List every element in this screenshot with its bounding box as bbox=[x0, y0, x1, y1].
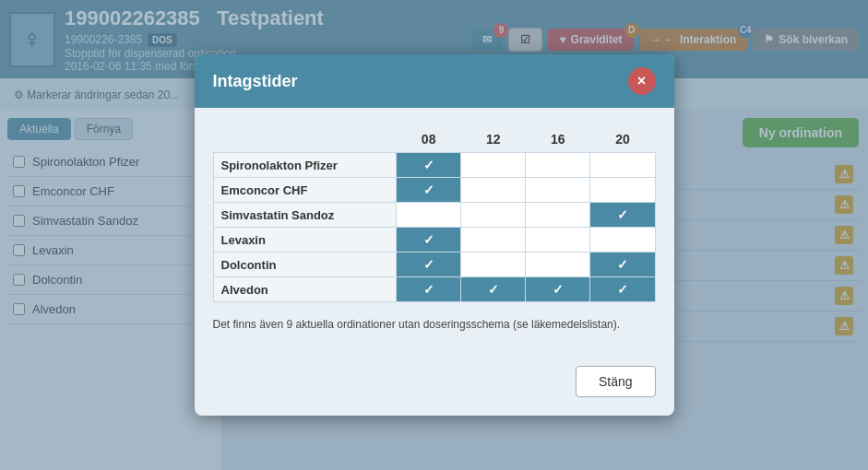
med-name-cell: Spironolakton Pfizer bbox=[213, 153, 397, 178]
check-cell: ✓ bbox=[590, 277, 655, 302]
check-cell: ✓ bbox=[526, 277, 590, 302]
check-cell: ✓ bbox=[397, 228, 461, 253]
col-header-08: 08 bbox=[397, 126, 461, 153]
modal-footer: Stäng bbox=[195, 366, 674, 416]
check-cell: ✓ bbox=[590, 253, 655, 277]
modal-body: 08 12 16 20 Spironolakton Pfizer ✓ bbox=[195, 108, 674, 366]
empty-cell bbox=[526, 203, 590, 228]
med-name-cell: Dolcontin bbox=[213, 253, 397, 277]
empty-cell bbox=[397, 203, 461, 228]
empty-cell bbox=[590, 178, 655, 203]
modal-header: Intagstider × bbox=[195, 54, 674, 108]
stang-button[interactable]: Stäng bbox=[576, 366, 656, 397]
check-cell: ✓ bbox=[397, 253, 461, 277]
med-name-cell: Alvedon bbox=[213, 277, 397, 302]
check-cell: ✓ bbox=[397, 153, 461, 178]
empty-cell bbox=[461, 178, 526, 203]
table-row: Levaxin ✓ bbox=[213, 228, 655, 253]
check-cell: ✓ bbox=[397, 277, 461, 302]
med-name-cell: Simvastatin Sandoz bbox=[213, 203, 397, 228]
empty-cell bbox=[461, 228, 526, 253]
check-cell: ✓ bbox=[397, 178, 461, 203]
modal-close-button[interactable]: × bbox=[628, 67, 656, 95]
med-name-cell: Levaxin bbox=[213, 228, 397, 253]
modal-overlay: Intagstider × 08 12 16 20 Spironolakton … bbox=[0, 0, 868, 470]
med-name-cell: Emconcor CHF bbox=[213, 178, 397, 203]
col-header-12: 12 bbox=[461, 126, 526, 153]
empty-cell bbox=[590, 153, 655, 178]
empty-cell bbox=[526, 253, 590, 277]
empty-cell bbox=[526, 228, 590, 253]
table-row: Spironolakton Pfizer ✓ bbox=[213, 153, 655, 178]
empty-cell bbox=[461, 253, 526, 277]
col-header-20: 20 bbox=[590, 126, 655, 153]
intagstider-table: 08 12 16 20 Spironolakton Pfizer ✓ bbox=[213, 126, 656, 302]
check-cell: ✓ bbox=[461, 277, 526, 302]
col-header-name bbox=[213, 126, 397, 153]
table-row: Simvastatin Sandoz ✓ bbox=[213, 203, 655, 228]
empty-cell bbox=[461, 153, 526, 178]
empty-cell bbox=[590, 228, 655, 253]
modal-title: Intagstider bbox=[213, 72, 298, 91]
empty-cell bbox=[526, 178, 590, 203]
empty-cell bbox=[461, 203, 526, 228]
check-cell: ✓ bbox=[590, 203, 655, 228]
table-row: Emconcor CHF ✓ bbox=[213, 178, 655, 203]
table-row: Dolcontin ✓ ✓ bbox=[213, 253, 655, 277]
table-row: Alvedon ✓ ✓ ✓ ✓ bbox=[213, 277, 655, 302]
modal-note: Det finns även 9 aktuella ordinationer u… bbox=[213, 317, 656, 333]
intagstider-modal: Intagstider × 08 12 16 20 Spironolakton … bbox=[195, 54, 674, 416]
col-header-16: 16 bbox=[526, 126, 590, 153]
empty-cell bbox=[526, 153, 590, 178]
